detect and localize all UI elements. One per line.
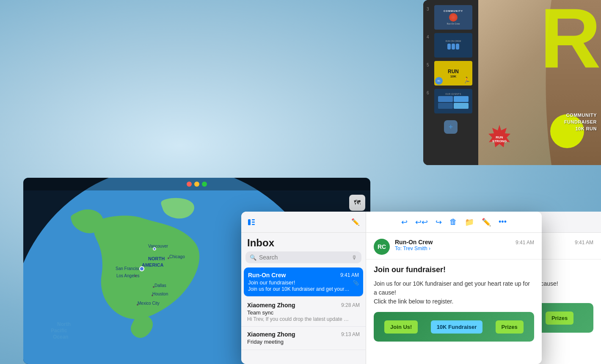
email-item-1[interactable]: Xiaomeng Zhong 9:28 AM Team sync Hi Trev…	[241, 298, 366, 327]
fullscreen-dot[interactable]	[202, 182, 207, 187]
toolbar-icons: ↩ ↩↩ ↪ 🗑 📁 ✏️ •••	[372, 218, 536, 227]
slide-number-4: 4	[427, 35, 432, 39]
slide5-10k: 10K	[450, 74, 457, 78]
slide-panel: 3 COMMUNITY Run-On Crew 4 RUN ON CREW	[423, 0, 478, 165]
sidebar-toggle-button[interactable]	[247, 218, 256, 226]
microphone-icon[interactable]: 🎙	[352, 254, 357, 261]
to-recipient: Trev Smith	[403, 245, 427, 251]
reply-button[interactable]: ↩	[401, 218, 408, 227]
close-dot[interactable]	[187, 182, 192, 187]
add-slide-icon: +	[449, 123, 453, 132]
slide-thumbnail-5[interactable]: 5 RUN 10K 🏃 RC	[423, 59, 478, 87]
email-item-2[interactable]: Xiaomeng Zhong 9:13 AM Friday meeting	[241, 327, 366, 350]
right-detail-time: 9:41 AM	[575, 240, 593, 245]
slide-number-6: 6	[427, 91, 432, 95]
pres-label-fundraiser: FUNDRAISER	[564, 119, 597, 124]
svg-text:Mexico City: Mexico City	[138, 301, 160, 306]
maps-layers-button[interactable]: 🗺	[349, 195, 365, 211]
email-header-1: Xiaomeng Zhong 9:28 AM	[247, 302, 360, 309]
slide-number-3: 3	[427, 7, 432, 11]
window-dots	[187, 182, 207, 187]
detail-to-field[interactable]: To: Trev Smith ›	[395, 245, 510, 251]
pres-background: R COMMUNITY FUNDRAISER 10K RUN RUNSTRONG	[478, 0, 601, 165]
maps-titlebar	[23, 178, 370, 190]
svg-text:Pacific: Pacific	[51, 328, 67, 334]
email-list: Run-On Crew 9:41 AM Join our fundraiser!…	[241, 267, 366, 364]
folder-button[interactable]: 📁	[465, 218, 474, 227]
add-slide-button[interactable]: +	[444, 120, 458, 134]
slide6-grid	[438, 96, 469, 109]
banner-prizes-badge[interactable]: Prizes	[496, 320, 524, 334]
slide-thumbnail-4[interactable]: 4 RUN ON CREW	[423, 31, 478, 59]
right-banner-prizes[interactable]: Prizes	[546, 312, 573, 325]
svg-point-10	[153, 248, 156, 250]
attachment-icon-0: 📎	[353, 280, 359, 286]
slide-image-3: COMMUNITY Run-On Crew	[434, 5, 472, 30]
detail-sender-name: Run-On Crew	[395, 239, 510, 245]
avatar-initials: RC	[378, 243, 386, 250]
compose-button[interactable]: ✏️	[351, 218, 360, 226]
person-icon-2	[452, 44, 455, 50]
email-item-0[interactable]: Run-On Crew 9:41 AM Join our fundraiser!…	[244, 267, 363, 297]
svg-point-22	[137, 304, 138, 306]
pres-label-10krun: 10K RUN	[575, 126, 597, 131]
compose-new-button[interactable]: ✏️	[482, 218, 491, 227]
slide4-label: RUN ON CREW	[446, 40, 461, 42]
svg-point-12	[168, 257, 169, 259]
person-icon-1	[447, 44, 451, 50]
slide-thumbnail-6[interactable]: 6 OUR EVENTS	[423, 87, 478, 115]
presentation-app: 3 COMMUNITY Run-On Crew 4 RUN ON CREW	[423, 0, 601, 165]
slide5-badge: RC	[435, 77, 443, 85]
minimize-dot[interactable]	[194, 182, 199, 187]
search-bar[interactable]: 🔍 🎙	[245, 251, 361, 263]
banner-10k-badge[interactable]: 10K Fundraiser	[431, 320, 483, 334]
svg-text:Chicago: Chicago	[169, 254, 185, 259]
inbox-title: Inbox	[241, 233, 366, 251]
svg-point-16	[135, 275, 136, 277]
edit-icon: ✏️	[351, 218, 360, 226]
slide3-sub: Run-On Crew	[447, 22, 460, 25]
detail-body: Join us for our 10K fundraiser and get y…	[374, 279, 534, 306]
reply-all-button[interactable]: ↩↩	[415, 218, 428, 227]
compose-icon: ✏️	[482, 218, 491, 227]
svg-text:Houston: Houston	[152, 292, 168, 296]
svg-text:San Francisco: San Francisco	[116, 266, 143, 271]
banner-join-badge[interactable]: Join Us!	[384, 320, 418, 334]
detail-subject: Join our fundraiser!	[374, 265, 534, 274]
svg-text:Ocean: Ocean	[53, 334, 69, 340]
svg-text:North: North	[57, 321, 71, 327]
slide-image-6: OUR EVENTS	[434, 89, 472, 113]
trash-button[interactable]: 🗑	[449, 218, 457, 226]
search-input[interactable]	[259, 254, 349, 261]
svg-text:Vancouver: Vancouver	[148, 244, 168, 248]
svg-point-14	[140, 267, 144, 271]
pres-main-labels: COMMUNITY FUNDRAISER 10K RUN	[564, 113, 597, 131]
more-button[interactable]: •••	[499, 218, 507, 226]
mail-sidebar: ✏️ Inbox 🔍 🎙 Run-On Crew 9:41 AM Join ou…	[241, 212, 366, 364]
person-icon-3	[456, 44, 459, 50]
slide6-cell-3	[438, 103, 453, 109]
forward-icon: ↪	[436, 218, 442, 227]
slide3-label: COMMUNITY	[444, 10, 463, 12]
fundraiser-banner: Join Us! 10K Fundraiser Prizes	[374, 312, 534, 342]
email-sender-0: Run-On Crew	[248, 272, 286, 279]
email-header-2: Xiaomeng Zhong 9:13 AM	[247, 331, 360, 338]
slide4-persons	[447, 44, 459, 50]
email-preview-0: Join us for our 10K fundraiser and get y…	[248, 286, 350, 292]
slide5-run: RUN	[448, 69, 459, 74]
svg-text:NORTH: NORTH	[148, 256, 165, 261]
slide-thumbnail-3[interactable]: 3 COMMUNITY Run-On Crew	[423, 3, 478, 31]
slide-image-4: RUN ON CREW	[434, 33, 472, 58]
email-subject-2: Friday meeting	[247, 339, 360, 345]
email-subject-1: Team sync	[247, 309, 360, 316]
slide5-runner-icon: 🏃	[463, 77, 470, 83]
to-label: To:	[395, 245, 403, 251]
starburst-text-run: RUNSTRONG	[492, 136, 507, 143]
forward-button[interactable]: ↪	[436, 218, 442, 227]
mail-detail-toolbar: ↩ ↩↩ ↪ 🗑 📁 ✏️ •••	[366, 212, 542, 233]
reply-all-icon: ↩↩	[415, 218, 428, 227]
svg-point-20	[152, 295, 153, 296]
svg-rect-24	[252, 219, 255, 221]
slide6-label: OUR EVENTS	[445, 93, 461, 95]
presentation-main-view: R COMMUNITY FUNDRAISER 10K RUN RUNSTRONG	[478, 0, 601, 165]
